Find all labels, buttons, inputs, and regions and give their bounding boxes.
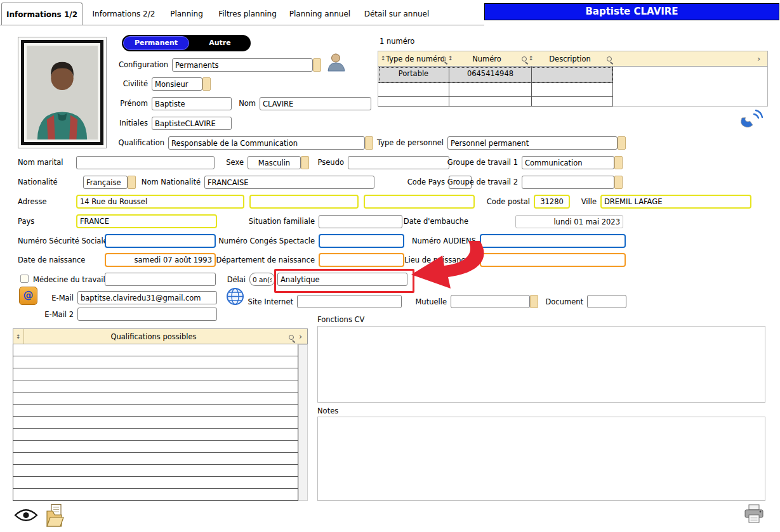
qualification-dropdown-button[interactable] [365, 136, 373, 150]
email-field[interactable] [77, 291, 217, 304]
civilite-field[interactable] [152, 77, 202, 91]
sexe-dropdown-button[interactable] [301, 156, 309, 169]
nom-field[interactable] [260, 97, 371, 110]
email2-field[interactable] [77, 308, 217, 321]
phone-numero-cell[interactable] [449, 97, 532, 107]
departement-naissance-field[interactable] [319, 253, 404, 267]
search-icon[interactable] [522, 56, 527, 62]
phone-table: ↕ Type de numéro ↕ Numéro ↕ Description … [378, 51, 768, 107]
tab-filtres-planning[interactable]: Filtres planning [215, 3, 281, 25]
type-personnel-field[interactable] [447, 136, 618, 150]
numero-audiens-field[interactable] [480, 234, 626, 248]
situation-familiale-field[interactable] [319, 215, 402, 228]
qualification-row[interactable] [13, 429, 298, 441]
numero-conges-spectacle-field[interactable] [319, 234, 404, 248]
mutuelle-field[interactable] [451, 295, 530, 308]
phone-icon[interactable] [739, 108, 763, 131]
sort-icon[interactable]: ↕ [529, 56, 534, 62]
phone-col-type-header[interactable]: Type de numéro [386, 55, 442, 63]
phone-description-cell[interactable] [532, 83, 613, 97]
phone-col-description-header[interactable]: Description [536, 55, 604, 63]
qualification-row[interactable] [13, 356, 298, 368]
phone-table-row-selected[interactable]: Portable 0645414948 [378, 67, 613, 83]
tab-informations-1-2[interactable]: Informations 1/2 [1, 3, 83, 25]
phone-type-cell[interactable]: Portable [378, 67, 449, 83]
phone-col-numero-header[interactable]: Numéro [454, 55, 519, 63]
qualification-row[interactable] [13, 344, 298, 356]
medecine-travail-field[interactable] [105, 273, 216, 286]
adresse-field-3[interactable] [364, 195, 475, 209]
nom-nationalite-field[interactable] [204, 176, 374, 189]
tab-planning-annuel[interactable]: Planning annuel [286, 3, 354, 25]
date-embauche-field[interactable] [515, 215, 623, 228]
groupe-travail-1-field[interactable] [522, 156, 614, 169]
configuration-dropdown-button[interactable] [313, 58, 321, 72]
qualification-row[interactable] [13, 393, 298, 405]
sort-icon[interactable]: ↕ [448, 56, 453, 62]
pays-field[interactable] [76, 214, 217, 228]
documents-folder-icon[interactable] [46, 503, 65, 529]
site-internet-field[interactable] [297, 295, 402, 308]
adresse-field-1[interactable] [76, 195, 244, 209]
phone-table-row[interactable] [378, 83, 613, 97]
qualifications-scrollbar[interactable] [298, 344, 308, 501]
prenom-field[interactable] [152, 97, 232, 110]
adresse-field-2[interactable] [249, 195, 359, 209]
tab-detail-sur-annuel[interactable]: Détail sur annuel [359, 3, 434, 25]
sexe-field[interactable] [248, 156, 301, 169]
qualification-row[interactable] [13, 453, 298, 465]
pseudo-field[interactable] [348, 156, 449, 169]
qualification-row[interactable] [13, 465, 298, 477]
chevron-right-icon[interactable]: › [299, 332, 302, 341]
initiales-field[interactable] [152, 117, 232, 130]
tab-planning[interactable]: Planning [162, 3, 211, 25]
tab-informations-2-2[interactable]: Informations 2/2 [89, 3, 159, 25]
medecine-checkbox[interactable] [20, 275, 29, 283]
phone-description-cell[interactable] [532, 67, 613, 83]
qualification-row[interactable] [13, 417, 298, 429]
sort-icon[interactable]: ↕ [381, 56, 386, 62]
qualification-row[interactable] [13, 489, 298, 500]
phone-numero-cell[interactable] [449, 83, 532, 97]
phone-table-row[interactable] [378, 97, 613, 107]
code-postal-field[interactable] [534, 195, 570, 209]
qualification-row[interactable] [13, 380, 298, 393]
civilite-dropdown-button[interactable] [202, 77, 211, 91]
phone-description-cell[interactable] [532, 97, 613, 107]
delai-field[interactable] [249, 273, 275, 286]
phone-numero-cell[interactable]: 0645414948 [449, 67, 532, 83]
nom-marital-field[interactable] [76, 156, 215, 169]
print-icon[interactable] [744, 504, 764, 526]
nationalite-field[interactable] [83, 176, 128, 189]
toggle-autre-button[interactable]: Autre [189, 35, 251, 51]
fonctions-cv-input[interactable] [317, 326, 765, 403]
search-icon[interactable] [607, 56, 612, 62]
eye-icon[interactable] [14, 509, 38, 523]
groupe-travail-2-field[interactable] [522, 176, 614, 189]
chevron-right-icon[interactable]: › [757, 55, 760, 63]
qualification-field[interactable] [168, 136, 365, 150]
type-personnel-dropdown-button[interactable] [618, 136, 626, 150]
date-naissance-field[interactable] [105, 253, 216, 267]
notes-input[interactable] [317, 417, 765, 501]
search-icon[interactable] [289, 335, 294, 340]
mutuelle-dropdown-button[interactable] [530, 295, 538, 308]
lieu-naissance-field[interactable] [480, 253, 626, 267]
phone-type-cell[interactable] [378, 83, 449, 97]
configuration-field[interactable] [172, 58, 313, 72]
toggle-permanent-button[interactable]: Permanent [123, 36, 189, 50]
qualification-row[interactable] [13, 441, 298, 453]
phone-type-cell[interactable] [378, 97, 449, 107]
qualification-row[interactable] [13, 368, 298, 380]
qualification-row[interactable] [13, 405, 298, 417]
qualification-row[interactable] [13, 477, 298, 489]
user-icon[interactable] [326, 52, 347, 74]
search-icon[interactable] [441, 56, 446, 62]
groupe-travail-2-dropdown-button[interactable] [614, 176, 623, 189]
ville-field[interactable] [600, 195, 751, 209]
document-field[interactable] [587, 295, 626, 308]
nationalite-dropdown-button[interactable] [128, 176, 136, 189]
sort-icon[interactable]: ↕ [16, 334, 21, 340]
numero-securite-sociale-field[interactable] [105, 234, 216, 248]
groupe-travail-1-dropdown-button[interactable] [614, 156, 623, 169]
